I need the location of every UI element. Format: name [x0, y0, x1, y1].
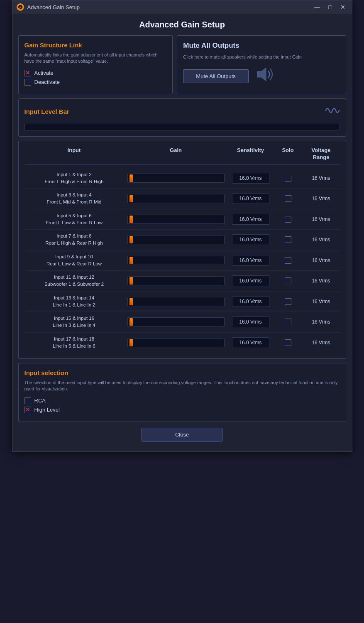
gain-slider[interactable] [127, 338, 225, 347]
gain-slider-handle [129, 174, 133, 182]
maximize-button[interactable]: □ [326, 3, 334, 11]
deactivate-label: Deactivate [34, 79, 60, 85]
activate-row: ✕ Activate [24, 70, 167, 76]
gain-slider-container [124, 297, 228, 306]
gain-structure-link-title: Gain Structure Link [24, 42, 167, 49]
activate-checkbox[interactable]: ✕ [24, 70, 31, 76]
rca-row: RCA [24, 397, 340, 404]
speaker-icon [255, 66, 276, 86]
table-row: Input 5 & Input 6 Front L Low & Front R … [24, 209, 340, 230]
activate-checkmark: ✕ [25, 70, 30, 76]
gain-slider[interactable] [127, 235, 225, 244]
gain-slider-container [124, 215, 228, 224]
title-bar: A Advanced Gain Setup — □ ✕ [12, 0, 352, 14]
col-header-sensitivity: Sensitivity [228, 147, 274, 161]
col-header-input: Input [24, 147, 124, 161]
gain-slider-container [124, 174, 228, 183]
sensitivity-field[interactable] [232, 173, 269, 184]
mute-all-outputs-desc: Click here to mute all speakers while se… [183, 54, 340, 60]
app-icon: A [17, 3, 24, 11]
table-row: Input 9 & Input 10 Rear L Low & Rear R L… [24, 250, 340, 271]
voltage-value: 16 Vrms [303, 237, 340, 243]
gain-slider-handle [129, 339, 133, 346]
solo-checkbox[interactable] [285, 339, 291, 346]
high-level-checkbox[interactable]: ✕ [24, 407, 31, 413]
voltage-value: 16 Vrms [303, 258, 340, 263]
gain-slider[interactable] [127, 174, 225, 183]
solo-checkbox[interactable] [285, 319, 291, 325]
gain-slider[interactable] [127, 317, 225, 326]
input-label: Input 17 & Input 18 Line In 5 & Line In … [24, 336, 124, 350]
gain-slider-handle [129, 257, 133, 264]
input-level-bar-panel: Input Level Bar [18, 98, 346, 137]
gain-slider-container [124, 235, 228, 244]
table-header: Input Gain Sensitivity Solo VoltageRange [24, 147, 340, 165]
activate-label: Activate [34, 70, 54, 76]
input-label: Input 15 & Input 16 Line In 3 & Line In … [24, 315, 124, 329]
mute-all-outputs-panel: Mute All Outputs Click here to mute all … [177, 35, 346, 94]
sensitivity-field[interactable] [232, 214, 269, 225]
voltage-value: 16 Vrms [303, 340, 340, 346]
input-selection-panel: Input selection The selection of the use… [18, 363, 346, 422]
solo-checkbox[interactable] [285, 298, 291, 305]
page-title: Advanced Gain Setup [18, 20, 346, 29]
solo-checkbox[interactable] [285, 277, 291, 284]
svg-text:A: A [19, 6, 22, 10]
high-level-checkmark: ✕ [25, 407, 30, 413]
input-label: Input 11 & Input 12 Subwoofer 1 & Subwoo… [24, 274, 124, 288]
high-level-label: High Level [34, 407, 60, 413]
deactivate-checkbox[interactable] [24, 79, 31, 86]
gain-slider-handle [129, 298, 133, 305]
input-label: Input 3 & Input 4 Front L Mid & Front R … [24, 191, 124, 206]
table-row: Input 1 & Input 2 Front L High & Front R… [24, 168, 340, 189]
level-bar-header: Input Level Bar [24, 105, 340, 119]
gain-slider-handle [129, 318, 133, 326]
minimize-button[interactable]: — [312, 3, 322, 11]
gain-slider[interactable] [127, 276, 225, 285]
solo-checkbox[interactable] [285, 195, 291, 202]
mute-all-outputs-button[interactable]: Mute All Outputs [183, 69, 248, 83]
rca-checkbox[interactable] [24, 397, 31, 404]
gain-slider-container [124, 276, 228, 285]
gain-slider[interactable] [127, 215, 225, 224]
sensitivity-field[interactable] [232, 234, 269, 245]
level-bar-track [24, 123, 340, 130]
voltage-value: 16 Vrms [303, 216, 340, 222]
voltage-value: 16 Vrms [303, 278, 340, 284]
gain-slider[interactable] [127, 297, 225, 306]
gain-slider[interactable] [127, 256, 225, 265]
gain-slider-container [124, 317, 228, 326]
close-window-button[interactable]: ✕ [338, 3, 348, 11]
table-row: Input 17 & Input 18 Line In 5 & Line In … [24, 333, 340, 353]
main-window: A Advanced Gain Setup — □ ✕ Advanced Gai… [12, 0, 352, 452]
sensitivity-field[interactable] [232, 255, 269, 266]
gain-slider-container [124, 338, 228, 347]
solo-checkbox[interactable] [285, 216, 291, 223]
mute-all-outputs-title: Mute All Outputs [183, 42, 340, 50]
voltage-value: 16 Vrms [303, 196, 340, 201]
table-row: Input 13 & Input 14 Line In 1 & Line In … [24, 292, 340, 312]
input-label: Input 5 & Input 6 Front L Low & Front R … [24, 212, 124, 227]
window-title: Advanced Gain Setup [27, 4, 309, 10]
sensitivity-field[interactable] [232, 296, 269, 307]
solo-checkbox[interactable] [285, 175, 291, 182]
sensitivity-field[interactable] [232, 316, 269, 327]
col-header-solo: Solo [274, 147, 303, 161]
gain-slider-handle [129, 195, 133, 202]
solo-checkbox[interactable] [285, 236, 291, 243]
sensitivity-field[interactable] [232, 337, 269, 348]
top-panels: Gain Structure Link Automatically links … [18, 35, 346, 94]
solo-checkbox[interactable] [285, 257, 291, 264]
gain-table-panel: Input Gain Sensitivity Solo VoltageRange… [18, 141, 346, 359]
voltage-value: 16 Vrms [303, 175, 340, 181]
gain-slider[interactable] [127, 194, 225, 203]
sensitivity-field[interactable] [232, 275, 269, 286]
main-content: Advanced Gain Setup Gain Structure Link … [12, 14, 352, 451]
input-selection-desc: The selection of the used input type wil… [24, 380, 340, 392]
gain-slider-handle [129, 216, 133, 223]
sensitivity-field[interactable] [232, 193, 269, 204]
table-row: Input 15 & Input 16 Line In 3 & Line In … [24, 312, 340, 333]
close-button[interactable]: Close [142, 428, 222, 441]
col-header-voltage: VoltageRange [303, 147, 340, 161]
svg-marker-2 [257, 68, 266, 81]
